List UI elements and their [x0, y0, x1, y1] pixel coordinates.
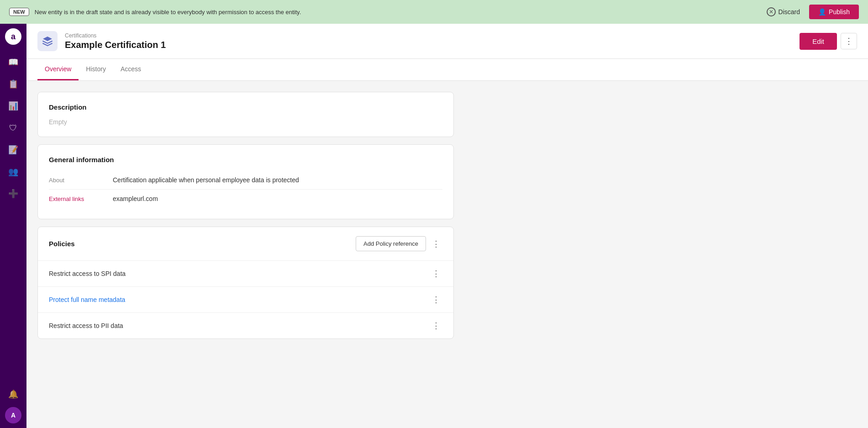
notification-left: NEW New entity is in the draft state and…	[9, 8, 301, 16]
policy-name-1: Restrict access to SPI data	[49, 270, 126, 277]
policy-3-more-icon: ⋮	[432, 321, 440, 331]
policies-more-icon: ⋮	[432, 239, 440, 249]
sidebar-item-docs[interactable]: 📝	[4, 141, 22, 159]
sidebar-item-users[interactable]: 👥	[4, 163, 22, 181]
policies-header: Policies Add Policy reference ⋮	[38, 227, 453, 260]
avatar[interactable]: A	[5, 407, 21, 423]
app-logo[interactable]: a	[5, 28, 21, 45]
description-title: Description	[49, 103, 442, 111]
external-links-value: exampleurl.com	[113, 195, 442, 202]
entity-icon	[37, 31, 58, 51]
page-header-left: Certifications Example Certification 1	[37, 31, 166, 51]
notification-actions: ✕ Discard 👤 Publish	[767, 5, 859, 19]
publish-icon: 👤	[818, 8, 826, 16]
description-empty: Empty	[49, 118, 442, 126]
list-item: Restrict access to SPI data ⋮	[38, 260, 453, 286]
policies-actions: Add Policy reference ⋮	[356, 236, 442, 251]
notification-bar: NEW New entity is in the draft state and…	[0, 0, 868, 24]
sidebar-item-add[interactable]: ➕	[4, 185, 22, 203]
more-options-button[interactable]: ⋮	[841, 33, 857, 49]
page-header: Certifications Example Certification 1 E…	[26, 24, 868, 59]
policy-3-more-button[interactable]: ⋮	[430, 319, 442, 332]
page-header-right: Edit ⋮	[800, 33, 857, 50]
circle-x-icon: ✕	[767, 7, 776, 16]
sidebar-item-catalog[interactable]: 📋	[4, 75, 22, 93]
policy-2-more-icon: ⋮	[432, 295, 440, 305]
edit-button[interactable]: Edit	[800, 33, 837, 50]
policies-title: Policies	[49, 240, 75, 248]
discard-button[interactable]: ✕ Discard	[767, 7, 800, 16]
page-title: Example Certification 1	[65, 40, 166, 50]
main-layout: a 📖 📋 📊 🛡 📝 👥 ➕ 🔔 A	[0, 24, 868, 428]
breadcrumb: Certifications	[65, 32, 166, 39]
sidebar-item-notifications[interactable]: 🔔	[4, 385, 22, 403]
policies-more-button[interactable]: ⋮	[430, 238, 442, 250]
external-links-label: External links	[49, 195, 113, 202]
list-item: Restrict access to PII data ⋮	[38, 312, 453, 338]
new-badge: NEW	[9, 8, 29, 16]
about-value: Certification applicable when personal e…	[113, 176, 442, 184]
entity-info: Certifications Example Certification 1	[65, 32, 166, 50]
policy-1-more-button[interactable]: ⋮	[430, 267, 442, 280]
publish-label: Publish	[829, 8, 850, 16]
content-area: Certifications Example Certification 1 E…	[26, 24, 868, 428]
add-policy-button[interactable]: Add Policy reference	[356, 236, 426, 251]
layers-icon	[42, 36, 53, 47]
external-links-row: External links exampleurl.com	[49, 190, 442, 208]
page-content: Description Empty General information Ab…	[26, 81, 465, 357]
tabs-bar: Overview History Access	[26, 59, 868, 81]
policy-1-more-icon: ⋮	[432, 269, 440, 279]
notification-text: New entity is in the draft state and is …	[35, 9, 301, 16]
publish-button[interactable]: 👤 Publish	[809, 5, 859, 19]
list-item: Protect full name metadata ⋮	[38, 286, 453, 312]
more-options-icon: ⋮	[845, 36, 853, 46]
tab-history[interactable]: History	[79, 59, 113, 80]
about-label: About	[49, 176, 113, 184]
sidebar-item-home[interactable]: 📖	[4, 53, 22, 71]
general-info-title: General information	[49, 156, 442, 164]
sidebar-bottom: 🔔 A	[4, 385, 22, 423]
policy-name-2[interactable]: Protect full name metadata	[49, 296, 125, 303]
tab-overview[interactable]: Overview	[37, 59, 79, 80]
logo-letter: a	[11, 32, 16, 42]
policy-name-3: Restrict access to PII data	[49, 322, 123, 329]
about-row: About Certification applicable when pers…	[49, 171, 442, 190]
general-info-card: General information About Certification …	[37, 144, 454, 219]
tab-access[interactable]: Access	[113, 59, 148, 80]
avatar-label: A	[11, 412, 16, 419]
discard-label: Discard	[779, 8, 800, 16]
sidebar-item-analytics[interactable]: 📊	[4, 97, 22, 115]
description-card: Description Empty	[37, 92, 454, 137]
sidebar: a 📖 📋 📊 🛡 📝 👥 ➕ 🔔 A	[0, 24, 26, 428]
policies-card: Policies Add Policy reference ⋮ Restrict…	[37, 227, 454, 339]
policy-2-more-button[interactable]: ⋮	[430, 293, 442, 306]
sidebar-item-compliance[interactable]: 🛡	[4, 119, 22, 137]
